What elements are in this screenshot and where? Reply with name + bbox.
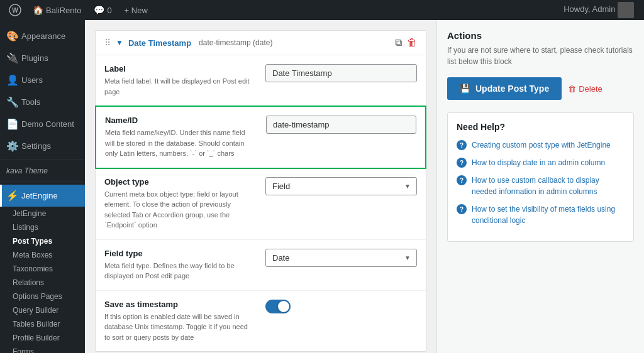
- help-item-1[interactable]: ? Creating custom post type with JetEngi…: [457, 139, 625, 151]
- appearance-icon: 🎨: [6, 30, 16, 42]
- settings-icon: ⚙️: [6, 140, 16, 152]
- comments-link[interactable]: 💬 0: [89, 5, 116, 15]
- sidebar-sub-post-types[interactable]: Post Types: [0, 234, 85, 248]
- plugins-icon: 🔌: [6, 52, 16, 64]
- sidebar-sub-relations[interactable]: Relations: [0, 276, 85, 290]
- field-type-select-wrapper: Date Text Textarea Number: [265, 249, 417, 267]
- sidebar-sub-listings[interactable]: Listings: [0, 220, 85, 234]
- sidebar-divider: [0, 160, 85, 160]
- help-item-2[interactable]: ? How to display date in an admin column: [457, 157, 625, 168]
- field-type-select-col: Date Text Textarea Number: [265, 249, 417, 281]
- help-box: Need Help? ? Creating custom post type w…: [447, 112, 634, 242]
- label-label-col: Label Meta field label. It will be displ…: [104, 64, 255, 97]
- nameid-field-label: Name/ID: [105, 116, 256, 125]
- nameid-input[interactable]: [266, 116, 416, 134]
- sidebar-item-jetengine-main[interactable]: ⚡ JetEngine: [0, 185, 85, 207]
- object-type-label: Object type: [104, 177, 255, 187]
- panel-actions: 💾 Update Post Type 🗑 Delete: [447, 77, 634, 100]
- object-type-row: Object type Current meta box object type…: [96, 168, 426, 240]
- sidebar: 🎨 Appearance 🔌 Plugins 👤 Users 🔧 Tools 📄…: [0, 20, 85, 353]
- field-type-label: Field type: [104, 249, 255, 258]
- kava-theme-label: kava Theme: [0, 163, 85, 179]
- sidebar-sub-meta-boxes[interactable]: Meta Boxes: [0, 248, 85, 262]
- object-type-label-col: Object type Current meta box object type…: [104, 177, 255, 231]
- label-field-desc: Meta field label. It will be displayed o…: [104, 76, 255, 97]
- field-header: ⠿ ▼ Date Timestamp date-timestamp (date)…: [96, 31, 426, 55]
- help-item-3[interactable]: ? How to use custom callback to display …: [457, 175, 625, 197]
- sidebar-sub-jetengine[interactable]: JetEngine: [0, 207, 85, 220]
- drag-handle-icon[interactable]: ⠿: [104, 38, 111, 48]
- new-content-button[interactable]: + New: [119, 6, 153, 15]
- help-icon-1: ?: [457, 140, 467, 150]
- copy-field-button[interactable]: ⧉: [395, 37, 402, 48]
- help-icon-2: ?: [457, 158, 467, 168]
- actions-title: Actions: [447, 30, 634, 41]
- trash-icon: 🗑: [568, 84, 576, 94]
- timestamp-row: Save as timestamp If this option is enab…: [96, 291, 426, 352]
- content-area: ⠿ ▼ Date Timestamp date-timestamp (date)…: [85, 20, 436, 353]
- sidebar-sub-tables-builder[interactable]: Tables Builder: [0, 317, 85, 331]
- help-icon-3: ?: [457, 175, 467, 185]
- label-input[interactable]: [265, 64, 417, 82]
- howdy-text: Howdy, Admin: [558, 2, 639, 18]
- field-type-desc: Meta field type. Defines the way field t…: [104, 261, 255, 281]
- timestamp-toggle-col: [265, 300, 417, 343]
- delete-field-button[interactable]: 🗑: [407, 37, 417, 48]
- demo-content-icon: 📄: [6, 118, 16, 130]
- timestamp-label-col: Save as timestamp If this option is enab…: [104, 300, 255, 343]
- tools-icon: 🔧: [6, 96, 16, 108]
- help-icon-4: ?: [457, 204, 467, 214]
- help-item-4[interactable]: ? How to set the visibility of meta fiel…: [457, 204, 625, 226]
- update-post-type-button[interactable]: 💾 Update Post Type: [447, 77, 562, 100]
- timestamp-desc: If this option is enabled date will be s…: [104, 312, 255, 343]
- label-field-label: Label: [104, 64, 255, 73]
- help-title: Need Help?: [457, 122, 625, 132]
- timestamp-toggle[interactable]: [265, 300, 291, 313]
- sidebar-sub-taxonomies[interactable]: Taxonomies: [0, 262, 85, 276]
- sidebar-item-appearance[interactable]: 🎨 Appearance: [0, 25, 85, 47]
- object-type-select[interactable]: Field Tab Accordion Endpoint: [265, 177, 417, 195]
- field-type-row: Field type Meta field type. Defines the …: [96, 240, 426, 291]
- field-type-label-col: Field type Meta field type. Defines the …: [104, 249, 255, 281]
- sidebar-sub-forms[interactable]: Forms: [0, 345, 85, 353]
- sidebar-sub-profile-builder[interactable]: Profile Builder: [0, 331, 85, 345]
- object-type-select-col: Field Tab Accordion Endpoint: [265, 177, 417, 231]
- right-panel: Actions If you are not sure where to sta…: [436, 20, 644, 353]
- object-type-select-wrapper: Field Tab Accordion Endpoint: [265, 177, 417, 195]
- sidebar-sub-options-pages[interactable]: Options Pages: [0, 290, 85, 303]
- label-row: Label Meta field label. It will be displ…: [96, 55, 426, 106]
- sidebar-divider-2: [0, 182, 85, 182]
- timestamp-label: Save as timestamp: [104, 300, 255, 309]
- nameid-input-col: [266, 116, 416, 159]
- nameid-row: Name/ID Meta field name/key/ID. Under th…: [95, 106, 426, 169]
- nameid-field-desc: Meta field name/key/ID. Under this name …: [105, 128, 256, 159]
- field-toggle-icon[interactable]: ▼: [116, 38, 123, 47]
- sidebar-item-users[interactable]: 👤 Users: [0, 69, 85, 91]
- wp-logo[interactable]: W: [5, 0, 25, 20]
- sidebar-sub-query-builder[interactable]: Query Builder: [0, 303, 85, 317]
- jetengine-icon: ⚡: [6, 190, 16, 202]
- timestamp-toggle-wrapper: [265, 300, 291, 313]
- field-card: ⠿ ▼ Date Timestamp date-timestamp (date)…: [95, 30, 426, 352]
- sidebar-item-demo-content[interactable]: 📄 Demo Content: [0, 113, 85, 135]
- object-type-desc: Current meta box object type: field or l…: [104, 189, 255, 231]
- sidebar-item-plugins[interactable]: 🔌 Plugins: [0, 47, 85, 69]
- admin-avatar: [618, 2, 634, 18]
- field-header-actions: ⧉ 🗑: [395, 37, 417, 48]
- topbar: W 🏠 BaliRento 💬 0 + New Howdy, Admin: [0, 0, 644, 20]
- toggle-knob: [278, 301, 289, 312]
- sidebar-item-tools[interactable]: 🔧 Tools: [0, 91, 85, 113]
- field-title: Date Timestamp: [128, 38, 191, 48]
- field-type-select[interactable]: Date Text Textarea Number: [265, 249, 417, 267]
- site-name[interactable]: 🏠 BaliRento: [28, 5, 86, 15]
- users-icon: 👤: [6, 74, 16, 86]
- field-slug: date-timestamp (date): [199, 38, 272, 47]
- nameid-label-col: Name/ID Meta field name/key/ID. Under th…: [105, 116, 256, 159]
- main-content: ⠿ ▼ Date Timestamp date-timestamp (date)…: [85, 20, 644, 353]
- svg-text:W: W: [12, 7, 18, 14]
- sidebar-item-settings[interactable]: ⚙️ Settings: [0, 135, 85, 157]
- save-icon: 💾: [460, 84, 470, 94]
- delete-button[interactable]: 🗑 Delete: [568, 84, 602, 94]
- label-input-col: [265, 64, 417, 97]
- actions-desc: If you are not sure where to start, plea…: [447, 45, 634, 67]
